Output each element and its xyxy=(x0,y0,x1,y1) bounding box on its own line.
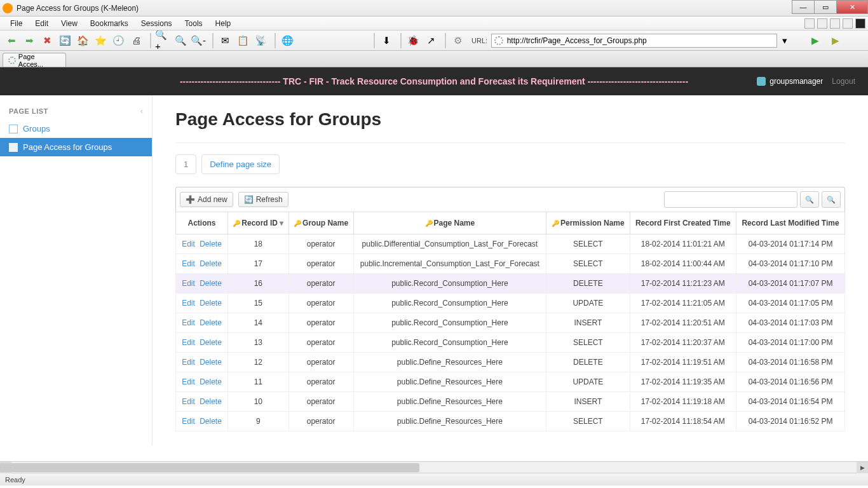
edit-link[interactable]: Edit xyxy=(182,259,195,268)
edit-link[interactable]: Edit xyxy=(182,279,195,288)
browser-tab[interactable]: Page Acces... xyxy=(3,53,66,67)
close-button[interactable]: ✕ xyxy=(836,0,868,14)
cell-permission: DELETE xyxy=(546,274,630,294)
go-alt-icon[interactable]: ▶ xyxy=(828,33,843,48)
toolbar-icon[interactable] xyxy=(804,18,815,29)
go-icon[interactable]: ▶ xyxy=(808,33,823,48)
edit-link[interactable]: Edit xyxy=(182,318,195,327)
delete-link[interactable]: Delete xyxy=(200,299,222,308)
share-icon[interactable]: ↗ xyxy=(423,33,438,48)
news-icon[interactable]: 📋 xyxy=(235,33,250,48)
horizontal-scrollbar[interactable]: ◀ ▶ xyxy=(0,461,868,473)
cell-page: public.Incremental_Consumption_Last_For_… xyxy=(353,254,546,274)
define-page-size-button[interactable]: Define page size xyxy=(201,154,280,174)
page-icon xyxy=(9,143,18,152)
toolbar-icon[interactable] xyxy=(855,18,865,29)
logout-link[interactable]: Logout xyxy=(832,77,855,86)
delete-link[interactable]: Delete xyxy=(200,358,222,367)
column-header[interactable]: 🔑Permission Name xyxy=(546,212,630,234)
column-header[interactable]: 🔑Group Name xyxy=(288,212,353,234)
sidebar-item[interactable]: Page Access for Groups xyxy=(0,138,152,156)
history-icon[interactable]: 🕘 xyxy=(111,33,126,48)
search-button[interactable]: 🔍 xyxy=(800,191,819,208)
column-header[interactable]: 🔑Record ID ▾ xyxy=(228,212,289,234)
url-input-wrap[interactable] xyxy=(491,34,777,48)
delete-link[interactable]: Delete xyxy=(200,240,222,248)
edit-link[interactable]: Edit xyxy=(182,377,195,386)
delete-link[interactable]: Delete xyxy=(200,279,222,288)
delete-link[interactable]: Delete xyxy=(200,377,222,386)
search-input[interactable] xyxy=(664,191,797,208)
bug-icon[interactable]: 🐞 xyxy=(405,33,421,48)
edit-link[interactable]: Edit xyxy=(182,299,195,308)
menu-sessions[interactable]: Sessions xyxy=(135,17,179,30)
bookmark-icon[interactable]: ⭐ xyxy=(93,33,108,48)
current-user[interactable]: groupsmanager xyxy=(757,77,823,86)
scroll-thumb[interactable] xyxy=(0,463,419,472)
column-header[interactable]: Record Last Modified Time xyxy=(736,212,845,234)
menu-view[interactable]: View xyxy=(55,17,84,30)
rss-icon[interactable]: 📡 xyxy=(253,33,268,48)
print-icon[interactable]: 🖨 xyxy=(128,33,144,48)
url-dropdown-icon[interactable]: ▾ xyxy=(777,33,792,48)
globe-icon[interactable]: 🌐 xyxy=(280,33,295,48)
menu-tools[interactable]: Tools xyxy=(179,17,209,30)
menu-edit[interactable]: Edit xyxy=(29,17,55,30)
delete-link[interactable]: Delete xyxy=(200,417,222,426)
url-input[interactable] xyxy=(507,36,774,45)
edit-link[interactable]: Edit xyxy=(182,240,195,248)
back-icon[interactable]: ⬅ xyxy=(4,33,19,48)
zoom-in-icon[interactable]: 🔍+ xyxy=(155,33,170,48)
sidebar-item[interactable]: Groups xyxy=(0,119,152,138)
status-text: Ready xyxy=(5,476,25,484)
toolbar-icon[interactable] xyxy=(817,18,827,29)
cell-permission: SELECT xyxy=(546,333,630,353)
menu-bookmarks[interactable]: Bookmarks xyxy=(84,17,135,30)
app-banner: ---------------------------------- TRC -… xyxy=(0,67,868,95)
minimize-button[interactable]: — xyxy=(792,0,815,14)
cell-group: operator xyxy=(288,254,353,274)
zoom-reset-icon[interactable]: 🔍 xyxy=(173,33,188,48)
menu-help[interactable]: Help xyxy=(209,17,238,30)
mail-icon[interactable]: ✉ xyxy=(217,33,233,48)
refresh-button[interactable]: 🔄 Refresh xyxy=(238,192,288,207)
home-icon[interactable]: 🏠 xyxy=(75,33,90,48)
cell-permission: SELECT xyxy=(546,234,630,254)
cell-group: operator xyxy=(288,372,353,392)
actions-cell: Edit Delete xyxy=(176,294,228,313)
page-number[interactable]: 1 xyxy=(175,154,196,174)
add-new-button[interactable]: ➕ Add new xyxy=(180,192,233,207)
edit-link[interactable]: Edit xyxy=(182,338,195,347)
menu-file[interactable]: File xyxy=(4,17,29,30)
cell-modified: 04-03-2014 01:16:54 PM xyxy=(736,392,845,412)
table-row: Edit Delete9operatorpublic.Define_Resour… xyxy=(176,412,845,431)
toolbar-icon[interactable] xyxy=(830,18,840,29)
collapse-icon[interactable]: ‹ xyxy=(140,107,143,116)
main-content: Page Access for Groups 1 Define page siz… xyxy=(153,95,868,445)
toolbar-icon[interactable] xyxy=(843,18,853,29)
settings-icon[interactable]: ⚙ xyxy=(450,33,465,48)
reload-icon[interactable]: 🔄 xyxy=(57,33,72,48)
column-header[interactable]: Actions xyxy=(176,212,228,234)
column-header[interactable]: 🔑Page Name xyxy=(353,212,546,234)
forward-icon[interactable]: ➡ xyxy=(22,33,37,48)
download-icon[interactable]: ⬇ xyxy=(379,33,394,48)
maximize-button[interactable]: ▭ xyxy=(814,0,837,14)
edit-link[interactable]: Edit xyxy=(182,417,195,426)
cell-created: 18-02-2014 11:00:44 AM xyxy=(630,254,736,274)
advanced-search-button[interactable]: 🔍 xyxy=(822,191,841,208)
column-header[interactable]: Record First Created Time xyxy=(630,212,736,234)
delete-link[interactable]: Delete xyxy=(200,259,222,268)
delete-link[interactable]: Delete xyxy=(200,338,222,347)
edit-link[interactable]: Edit xyxy=(182,397,195,406)
delete-link[interactable]: Delete xyxy=(200,318,222,327)
sort-icon: ▾ xyxy=(280,219,283,227)
delete-link[interactable]: Delete xyxy=(200,397,222,406)
cell-group: operator xyxy=(288,353,353,372)
status-bar: Ready xyxy=(0,473,868,485)
edit-link[interactable]: Edit xyxy=(182,358,195,367)
zoom-out-icon[interactable]: 🔍- xyxy=(191,33,206,48)
stop-icon[interactable]: ✖ xyxy=(39,33,55,48)
scroll-right-icon[interactable]: ▶ xyxy=(857,462,868,473)
app-viewport: ---------------------------------- TRC -… xyxy=(0,67,868,461)
